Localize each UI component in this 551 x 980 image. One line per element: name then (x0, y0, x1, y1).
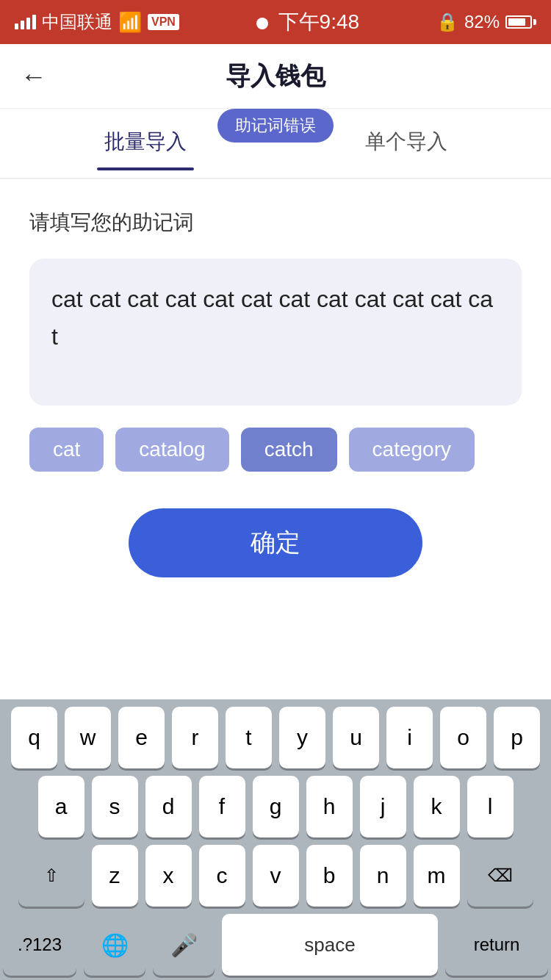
key-x[interactable]: x (145, 845, 192, 907)
key-v[interactable]: v (253, 845, 299, 907)
confirm-section: 确定 (29, 508, 522, 577)
key-c[interactable]: c (199, 845, 245, 907)
suggestion-category[interactable]: category (349, 428, 475, 472)
page-title: 导入钱包 (226, 60, 325, 93)
key-l[interactable]: l (467, 776, 514, 837)
key-e[interactable]: e (118, 707, 165, 768)
space-key[interactable]: space (222, 914, 438, 976)
key-y[interactable]: y (279, 707, 325, 768)
key-g[interactable]: g (253, 776, 299, 837)
suggestions-bar: cat catalog catch category (29, 428, 522, 472)
key-o[interactable]: o (440, 707, 486, 768)
tabs-container: 批量导入 助记词错误 单个导入 (0, 109, 551, 175)
globe-key[interactable]: 🌐 (84, 914, 145, 976)
key-n[interactable]: n (360, 845, 406, 907)
battery-icon (505, 15, 536, 29)
vpn-badge: VPN (148, 14, 179, 30)
record-dot (256, 18, 268, 29)
keyboard-row-2: a s d f g h j k l (3, 776, 548, 837)
suggestion-catalog[interactable]: catalog (115, 428, 228, 472)
shift-key[interactable]: ⇧ (18, 845, 84, 907)
section-label: 请填写您的助记词 (29, 209, 522, 237)
tab-single-import[interactable]: 单个导入 (350, 119, 462, 165)
key-p[interactable]: p (494, 707, 540, 768)
key-s[interactable]: s (92, 776, 138, 837)
tab-batch-import[interactable]: 批量导入 (90, 119, 201, 165)
status-time: 下午9:48 (256, 8, 359, 36)
key-q[interactable]: q (11, 707, 57, 768)
keyboard-row-1: q w e r t y u i o p (3, 707, 548, 768)
key-d[interactable]: d (145, 776, 192, 837)
key-t[interactable]: t (226, 707, 272, 768)
delete-key[interactable]: ⌫ (467, 845, 533, 907)
key-h[interactable]: h (306, 776, 353, 837)
key-u[interactable]: u (333, 707, 379, 768)
keyboard-row-3: ⇧ z x c v b n m ⌫ (3, 845, 548, 907)
battery-label: 82% (464, 12, 500, 32)
key-a[interactable]: a (38, 776, 84, 837)
key-j[interactable]: j (360, 776, 406, 837)
tab-error-badge[interactable]: 助记词错误 (217, 109, 334, 143)
key-m[interactable]: m (414, 845, 460, 907)
key-i[interactable]: i (386, 707, 433, 768)
status-bar: 中国联通 📶 VPN 下午9:48 🔒 82% (0, 0, 551, 44)
num-key[interactable]: .?123 (3, 914, 76, 976)
keyboard-row-4: .?123 🌐 🎤 space return (3, 914, 548, 976)
key-k[interactable]: k (414, 776, 460, 837)
back-button[interactable]: ← (21, 61, 47, 92)
key-z[interactable]: z (92, 845, 138, 907)
lock-icon: 🔒 (436, 12, 458, 32)
return-key[interactable]: return (445, 914, 548, 976)
suggestion-catch[interactable]: catch (241, 428, 337, 472)
wifi-icon: 📶 (118, 11, 142, 34)
key-b[interactable]: b (306, 845, 353, 907)
mic-key[interactable]: 🎤 (153, 914, 215, 976)
suggestion-cat[interactable]: cat (29, 428, 104, 472)
mnemonic-input[interactable]: cat cat cat cat cat cat cat cat cat cat … (29, 259, 522, 406)
status-left: 中国联通 📶 VPN (15, 10, 179, 34)
content-area: 请填写您的助记词 cat cat cat cat cat cat cat cat… (0, 179, 551, 592)
key-f[interactable]: f (199, 776, 245, 837)
carrier-label: 中国联通 (42, 10, 112, 34)
key-r[interactable]: r (172, 707, 218, 768)
signal-icon (15, 15, 36, 29)
header: ← 导入钱包 (0, 44, 551, 109)
keyboard: q w e r t y u i o p a s d f g h j k l ⇧ … (0, 699, 551, 980)
key-w[interactable]: w (65, 707, 111, 768)
status-right: 🔒 82% (436, 12, 536, 32)
confirm-button[interactable]: 确定 (129, 508, 422, 577)
